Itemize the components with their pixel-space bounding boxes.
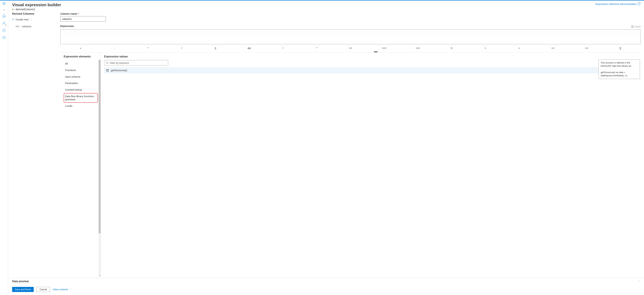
svg-rect-1 — [2, 37, 6, 38]
svg-rect-6 — [106, 69, 108, 71]
expression-values-pane: Expression values Filter by keyword getT… — [101, 53, 641, 278]
expression-editor[interactable] — [60, 29, 641, 44]
svg-rect-3 — [13, 9, 14, 9]
external-link-icon — [638, 3, 640, 5]
column-name-input[interactable] — [60, 16, 106, 21]
column-item[interactable]: ANY column1 — [12, 25, 56, 28]
svg-rect-4 — [14, 9, 14, 9]
save-expression-button: Save — [631, 25, 641, 28]
op-xor[interactable]: ^ — [300, 47, 334, 49]
calendar-icon — [106, 69, 109, 72]
resize-handle[interactable] — [374, 51, 378, 52]
column-name-label: Column name * — [60, 12, 641, 15]
data-preview-label: Data preview — [12, 280, 29, 283]
type-chip: ANY — [15, 25, 20, 28]
chevron-up-icon: ⌃ — [638, 280, 640, 282]
required-star: * — [78, 12, 79, 15]
author-badge: 2 — [5, 24, 7, 26]
op-gt[interactable]: > — [468, 47, 502, 49]
data-preview-bar[interactable]: Data preview ⌃ — [8, 278, 644, 285]
main-pane: Visual expression builder Expression ref… — [8, 0, 644, 295]
op-gte[interactable]: >= — [536, 47, 570, 49]
op-lt[interactable]: < — [502, 47, 536, 49]
op-lte[interactable]: <= — [570, 47, 604, 49]
page-title: Visual expression builder — [12, 2, 61, 7]
op-or[interactable]: || — [199, 47, 232, 49]
scroll-down-icon[interactable]: ▾ — [98, 275, 100, 277]
op-plus[interactable]: + — [64, 47, 98, 49]
element-functions[interactable]: Functions — [64, 67, 98, 74]
op-div[interactable]: / — [165, 47, 199, 49]
editor-panel: Column name * Expression Save + - — [60, 12, 644, 278]
derived-columns-panel: Derived Columns + Create new ⌄ ANY colum… — [8, 12, 60, 278]
footer: Save and finish Cancel Clear contents — [8, 285, 644, 295]
op-eqeq[interactable]: === — [367, 47, 401, 49]
doc-link-label: Expression reference documentation — [596, 2, 636, 5]
expand-rail-icon[interactable]: » — [4, 8, 4, 11]
doc-link[interactable]: Expression reference documentation — [596, 2, 640, 5]
create-new-button[interactable]: + Create new ⌄ — [12, 18, 56, 21]
chevron-down-icon: ⌄ — [30, 18, 32, 21]
save-label: Save — [635, 25, 641, 28]
svg-point-5 — [106, 62, 108, 63]
element-parameters[interactable]: Parameters — [64, 80, 98, 86]
column-item-label: column1 — [22, 25, 32, 28]
save-and-finish-button[interactable]: Save and finish — [12, 287, 34, 292]
expression-elements-pane: Expression elements All Functions Input … — [60, 53, 101, 278]
author-icon[interactable]: 2 — [2, 21, 6, 25]
element-all[interactable]: All — [64, 60, 98, 67]
element-cached-lookup[interactable]: Cached lookup — [64, 86, 98, 93]
column-name-label-text: Column name — [60, 12, 77, 15]
value-label: getTomorrow() — [111, 69, 127, 72]
svg-rect-2 — [12, 9, 13, 10]
op-not[interactable]: ! — [266, 47, 300, 49]
op-mult[interactable]: * — [131, 47, 165, 49]
expression-label: Expression — [60, 24, 74, 27]
node-name: derivedColumn1 — [16, 8, 35, 11]
derived-column-icon — [12, 8, 14, 10]
info-icon[interactable]: i — [2, 1, 6, 5]
toolbox-icon[interactable] — [2, 36, 6, 40]
op-neq[interactable]: != — [435, 47, 468, 49]
element-input-schema[interactable]: Input schema — [64, 74, 98, 80]
save-icon — [631, 25, 634, 28]
op-index[interactable]: [] — [604, 47, 637, 49]
element-locals[interactable]: Locals — [64, 103, 98, 109]
derived-columns-heading: Derived Columns — [12, 12, 56, 15]
cancel-button[interactable]: Cancel — [36, 287, 50, 292]
op-and[interactable]: && — [232, 47, 266, 49]
elements-list: All Functions Input schema Parameters Ca… — [64, 60, 100, 109]
elements-heading: Expression elements — [64, 55, 100, 58]
create-new-label: Create new — [16, 18, 29, 21]
lower-split: Expression elements All Functions Input … — [60, 52, 641, 278]
node-subheader: derivedColumn1 — [8, 8, 644, 12]
op-minus[interactable]: - — [98, 47, 131, 49]
op-nse[interactable]: <=> — [401, 47, 435, 49]
search-icon — [106, 62, 108, 64]
app-root: i » 2 Visual expression builder Expressi… — [0, 0, 644, 295]
value-row[interactable]: getTomorrow() — [104, 67, 637, 73]
clear-contents-link[interactable]: Clear contents — [53, 288, 68, 291]
left-rail: i » 2 — [0, 0, 8, 295]
op-eq[interactable]: == — [334, 47, 367, 49]
elements-scrollbar[interactable]: ▾ — [98, 60, 100, 277]
plus-icon: + — [12, 18, 14, 21]
filter-input[interactable]: Filter by keyword — [104, 60, 168, 65]
filter-placeholder: Filter by keyword — [110, 61, 129, 64]
monitor-icon[interactable] — [2, 28, 6, 33]
expression-placeholder — [64, 32, 638, 35]
scroll-thumb[interactable] — [98, 60, 100, 233]
function-tooltip: This function is defined in the DemoUDF … — [598, 59, 640, 79]
values-heading: Expression values — [104, 55, 637, 58]
element-library-functions[interactable]: Data flow library functions (preview) — [64, 93, 98, 103]
operator-toolbar: + - * / || && ! ^ == === <=> != > < >= <… — [60, 44, 641, 51]
header: Visual expression builder Expression ref… — [8, 0, 644, 8]
home-icon[interactable] — [2, 14, 6, 18]
body-split: Derived Columns + Create new ⌄ ANY colum… — [8, 12, 644, 278]
